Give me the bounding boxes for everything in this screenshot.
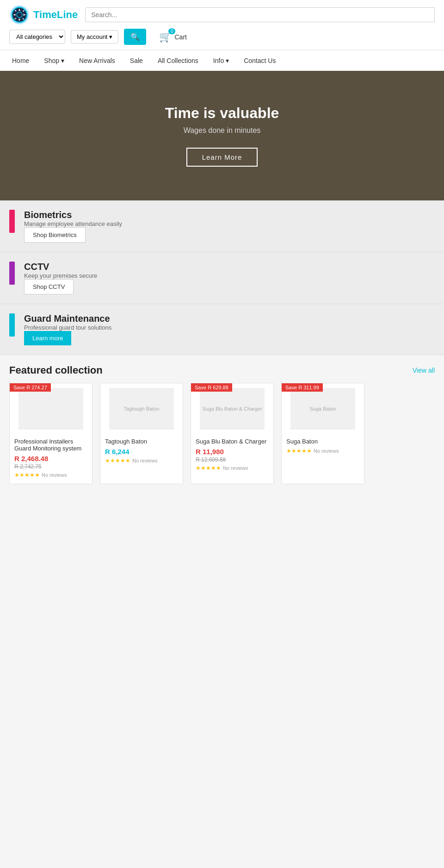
- search-input[interactable]: [85, 7, 435, 22]
- cart-icon: 🛒 0: [159, 31, 172, 43]
- save-badge: Save R 629.88: [191, 383, 232, 392]
- nav-all-collections[interactable]: All Collections: [155, 50, 201, 71]
- biometrics-section: Biometrics Manage employee attendance ea…: [0, 200, 444, 252]
- nav-info[interactable]: Info ▾: [210, 50, 232, 71]
- chevron-down-icon: ▾: [61, 57, 64, 64]
- nav-new-arrivals[interactable]: New Arrivals: [76, 50, 118, 71]
- guard-desc: Professional guard tour solutions: [24, 324, 111, 331]
- product-image-label: Suga Blu Baton & Charger: [202, 406, 262, 412]
- featured-header: Featured collection View all: [9, 364, 435, 376]
- cctv-section: CCTV Keep your premises secure Shop CCTV: [0, 252, 444, 304]
- shop-cctv-button[interactable]: Shop CCTV: [24, 279, 74, 294]
- header-middle: All categories My account ▾ 🔍 🛒 0 Cart: [9, 29, 435, 45]
- product-info: Suga Baton ★★★★★No reviews: [282, 434, 364, 460]
- guard-content: Guard Maintenance Professional guard tou…: [24, 313, 111, 345]
- save-badge: Save R 311.99: [282, 383, 323, 392]
- search-button[interactable]: 🔍: [124, 29, 146, 45]
- product-card: Save R 629.88 Suga Blu Baton & Charger S…: [191, 383, 274, 484]
- star-rating: ★★★★★No reviews: [286, 448, 359, 454]
- featured-title: Featured collection: [9, 364, 103, 376]
- save-badge: Save R 274.27: [10, 383, 51, 392]
- product-info: Tagtough Baton R 6,244 ★★★★★No reviews: [100, 434, 183, 469]
- categories-select[interactable]: All categories: [9, 30, 65, 44]
- shop-biometrics-button[interactable]: Shop Biometrics: [24, 227, 86, 243]
- product-name: Professional Installers Guard Monitoring…: [14, 438, 87, 452]
- nav-contact-us[interactable]: Contact Us: [241, 50, 278, 71]
- biometrics-content: Biometrics Manage employee attendance ea…: [24, 210, 122, 243]
- header-top: TimeLine: [9, 5, 435, 25]
- cctv-desc: Keep your premises secure: [24, 272, 97, 279]
- star-rating: ★★★★★No reviews: [196, 465, 269, 471]
- logo-area: TimeLine: [9, 5, 78, 25]
- logo-text: TimeLine: [33, 9, 78, 21]
- cctv-content: CCTV Keep your premises secure Shop CCTV: [24, 262, 97, 294]
- logo-icon: [9, 5, 30, 25]
- product-card: Tagtough Baton Tagtough Baton R 6,244 ★★…: [100, 383, 183, 484]
- original-price: R 12,609.88: [196, 456, 269, 463]
- nav-sale[interactable]: Sale: [127, 50, 146, 71]
- guard-section: Guard Maintenance Professional guard tou…: [0, 304, 444, 355]
- product-name: Tagtough Baton: [105, 438, 178, 445]
- hero-section: Time is valuable Wages done in minutes L…: [0, 71, 444, 200]
- main-nav: Home Shop ▾ New Arrivals Sale All Collec…: [0, 50, 444, 71]
- product-name: Suga Blu Baton & Charger: [196, 438, 269, 445]
- product-price: R 11,980: [196, 448, 269, 456]
- nav-home[interactable]: Home: [9, 50, 32, 71]
- hero-title: Time is valuable: [165, 105, 279, 122]
- product-info: Suga Blu Baton & Charger R 11,980 R 12,6…: [191, 434, 273, 477]
- product-image: [18, 388, 83, 430]
- product-info: Professional Installers Guard Monitoring…: [10, 434, 92, 484]
- guard-accent: [9, 313, 15, 337]
- chevron-down-icon: ▾: [109, 33, 112, 40]
- product-card: Save R 311.99 Suga Baton Suga Baton ★★★★…: [281, 383, 364, 484]
- product-card: Save R 274.27 Professional Installers Gu…: [9, 383, 92, 484]
- original-price: R 2,742.75: [14, 463, 87, 470]
- product-image: Tagtough Baton: [109, 388, 174, 430]
- guard-learn-more-button[interactable]: Learn more: [24, 331, 71, 345]
- search-bar: [85, 7, 435, 22]
- biometrics-desc: Manage employee attendance easily: [24, 220, 122, 227]
- chevron-down-icon: ▾: [226, 57, 229, 64]
- featured-section: Featured collection View all Save R 274.…: [0, 355, 444, 501]
- products-grid: Save R 274.27 Professional Installers Gu…: [9, 383, 435, 492]
- product-price: R 6,244: [105, 448, 178, 456]
- product-price: R 2,468.48: [14, 455, 87, 462]
- cctv-title: CCTV: [24, 262, 97, 272]
- biometrics-title: Biometrics: [24, 210, 122, 220]
- biometrics-accent: [9, 210, 15, 233]
- product-image-label: Suga Baton: [309, 406, 336, 412]
- cart-area[interactable]: 🛒 0 Cart: [159, 31, 186, 43]
- guard-title: Guard Maintenance: [24, 313, 111, 324]
- header: TimeLine All categories My account ▾ 🔍 🛒…: [0, 0, 444, 50]
- star-rating: ★★★★★No reviews: [105, 457, 178, 464]
- hero-subtitle: Wages done in minutes: [184, 126, 261, 135]
- my-account-button[interactable]: My account ▾: [71, 30, 118, 44]
- cart-label: Cart: [174, 33, 186, 41]
- nav-shop[interactable]: Shop ▾: [41, 50, 67, 71]
- cart-badge: 0: [168, 28, 176, 34]
- product-image: Suga Blu Baton & Charger: [200, 388, 265, 430]
- product-name: Suga Baton: [286, 438, 359, 445]
- view-all-link[interactable]: View all: [413, 367, 435, 374]
- cctv-accent: [9, 262, 15, 285]
- hero-learn-more-button[interactable]: Learn More: [186, 148, 258, 167]
- search-icon: 🔍: [130, 33, 140, 41]
- product-image-label: Tagtough Baton: [123, 406, 159, 412]
- product-image: Suga Baton: [290, 388, 355, 430]
- star-rating: ★★★★★No reviews: [14, 472, 87, 478]
